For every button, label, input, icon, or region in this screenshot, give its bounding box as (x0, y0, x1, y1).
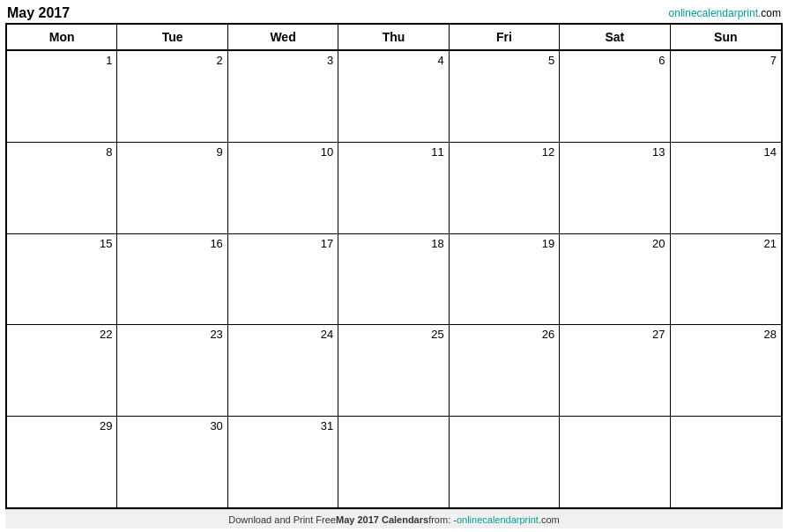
header-sun: Sun (671, 25, 781, 49)
site-link-header: onlinecalendarprint.com (669, 7, 781, 19)
day-16: 16 (117, 234, 227, 325)
day-8: 8 (7, 143, 117, 233)
header-fri: Fri (450, 25, 560, 49)
calendar-row-5: 29 30 31 (7, 417, 781, 507)
footer-text-middle: from: - (428, 514, 457, 525)
header-tue: Tue (117, 25, 227, 49)
header-mon: Mon (7, 25, 117, 49)
day-19: 19 (450, 234, 560, 325)
day-17: 17 (228, 234, 338, 325)
calendar-header: Mon Tue Wed Thu Fri Sat Sun (7, 25, 781, 51)
day-14: 14 (671, 143, 781, 233)
day-28: 28 (671, 325, 781, 416)
day-empty-2 (450, 417, 560, 507)
day-15: 15 (7, 234, 117, 325)
day-27: 27 (560, 325, 670, 416)
day-23: 23 (117, 325, 227, 416)
day-18: 18 (338, 234, 449, 325)
site-tld: com (761, 7, 781, 19)
header-thu: Thu (338, 25, 449, 49)
day-empty-4 (671, 417, 781, 507)
day-29: 29 (7, 417, 117, 507)
month-title: May 2017 (7, 5, 70, 21)
day-2: 2 (117, 51, 227, 142)
day-20: 20 (560, 234, 670, 325)
header-sat: Sat (560, 25, 670, 49)
calendar-row-4: 22 23 24 25 26 27 28 (7, 325, 781, 417)
day-22: 22 (7, 325, 117, 416)
day-empty-1 (338, 417, 449, 507)
site-name-teal: onlinecalendarprint (669, 7, 758, 19)
day-9: 9 (117, 143, 227, 233)
page-wrapper: May 2017 onlinecalendarprint.com Mon Tue… (0, 0, 788, 532)
day-13: 13 (560, 143, 670, 233)
calendar-body: 1 2 3 4 5 6 7 8 9 10 11 12 13 14 15 16 (7, 51, 781, 507)
top-bar: May 2017 onlinecalendarprint.com (5, 4, 783, 23)
day-31: 31 (228, 417, 338, 507)
day-24: 24 (228, 325, 338, 416)
calendar-row-3: 15 16 17 18 19 20 21 (7, 234, 781, 326)
header-wed: Wed (228, 25, 338, 49)
day-26: 26 (450, 325, 560, 416)
day-1: 1 (7, 51, 117, 142)
day-3: 3 (228, 51, 338, 142)
day-10: 10 (228, 143, 338, 233)
footer-bar: Download and Print Free May 2017 Calenda… (5, 509, 783, 528)
footer-site-teal: onlinecalendarprint (457, 514, 539, 525)
day-5: 5 (450, 51, 560, 142)
day-21: 21 (671, 234, 781, 325)
day-7: 7 (671, 51, 781, 142)
footer-text-prefix: Download and Print Free (228, 514, 336, 525)
footer-text-bold: May 2017 Calendars (336, 514, 428, 525)
day-30: 30 (117, 417, 227, 507)
calendar: Mon Tue Wed Thu Fri Sat Sun 1 2 3 4 5 6 … (5, 23, 783, 509)
day-25: 25 (338, 325, 449, 416)
calendar-row-1: 1 2 3 4 5 6 7 (7, 51, 781, 143)
day-empty-3 (560, 417, 670, 507)
day-11: 11 (338, 143, 449, 233)
day-6: 6 (560, 51, 670, 142)
day-4: 4 (338, 51, 449, 142)
footer-site-tld: com (541, 514, 560, 525)
day-12: 12 (450, 143, 560, 233)
calendar-row-2: 8 9 10 11 12 13 14 (7, 143, 781, 234)
